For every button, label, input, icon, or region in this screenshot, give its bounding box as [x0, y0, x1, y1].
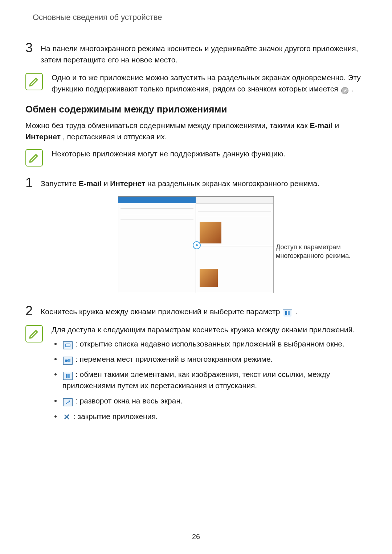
svg-rect-6 [68, 374, 70, 378]
svg-rect-2 [66, 344, 70, 347]
recent-apps-icon [63, 341, 73, 349]
step-text: Коснитесь кружка между окнами приложений… [41, 304, 367, 317]
note-2: Некоторые приложения могут не поддержива… [25, 148, 367, 167]
step1-c: и [104, 179, 110, 188]
item-text: : перемена мест приложений в многоэкранн… [75, 355, 273, 363]
step-3: 3 На панели многоэкранного режима коснит… [25, 41, 367, 66]
note-1: Одно и то же приложение можно запустить … [25, 72, 367, 95]
step-2: 2 Коснитесь кружка между окнами приложен… [25, 304, 367, 318]
page: Основные сведения об устройстве 3 На пан… [0, 0, 392, 554]
svg-rect-3 [65, 360, 68, 362]
list-item: : обмен такими элементами, как изображен… [52, 369, 367, 391]
step-text: Запустите E-mail и Интернет на раздельны… [41, 176, 367, 189]
page-number: 26 [0, 533, 392, 541]
list-item: : закрытие приложения. [52, 411, 367, 422]
step2-a: Коснитесь кружка между окнами приложений… [41, 307, 282, 316]
svg-rect-0 [285, 311, 287, 315]
note1-text-a: Одно и то же приложение можно запустить … [52, 73, 361, 93]
swap-windows-icon [63, 357, 73, 365]
step1-b: E-mail [79, 179, 102, 188]
list-item: : разворот окна на весь экран. [52, 395, 367, 406]
section-heading: Обмен содержимым между приложениями [25, 104, 367, 115]
pencil-note-icon [29, 328, 40, 339]
item-text: : открытие списка недавно использованных… [75, 340, 344, 348]
note-icon-wrap [25, 149, 43, 167]
intro-e: , перетаскивая и отпуская их. [63, 132, 167, 141]
intro-a: Можно без труда обмениваться содержимым … [25, 121, 310, 130]
note-icon [25, 325, 43, 342]
step1-a: Запустите [41, 179, 79, 188]
svg-rect-1 [288, 311, 290, 315]
figure-browser-body [196, 204, 273, 293]
step-text: На панели многоэкранного режима коснитес… [41, 41, 367, 66]
note-3: Для доступа к следующим параметрам косни… [25, 324, 367, 426]
figure-email-pane [118, 197, 196, 293]
step-number: 2 [25, 304, 33, 318]
step-1: 1 Запустите E-mail и Интернет на раздель… [25, 176, 367, 190]
step-number: 1 [25, 176, 33, 190]
intro-d: Интернет [25, 132, 61, 141]
item-text: : закрытие приложения. [73, 412, 158, 420]
item-text: : обмен такими элементами, как изображен… [62, 370, 330, 389]
svg-rect-5 [66, 374, 68, 378]
step1-e: на раздельных экранах многоэкранного реж… [147, 179, 319, 188]
intro-paragraph: Можно без труда обмениваться содержимым … [25, 120, 367, 143]
figure-email-toolbar [118, 197, 196, 203]
list-item: : открытие списка недавно использованных… [52, 338, 367, 349]
figure-email-body [118, 203, 196, 293]
note-body: Некоторые приложения могут не поддержива… [52, 148, 367, 160]
drag-content-icon [63, 372, 73, 380]
intro-b: E-mail [310, 121, 333, 130]
svg-rect-4 [68, 359, 70, 362]
note3-lead: Для доступа к следующим параметрам косни… [52, 324, 367, 336]
intro-c: и [335, 121, 339, 130]
note-body: Одно и то же приложение можно запустить … [52, 72, 367, 95]
note-icon [25, 149, 43, 167]
figure-area: Доступ к параметрам многоэкранного режим… [25, 196, 367, 293]
step-number: 3 [25, 41, 33, 55]
bullet-icon [54, 400, 57, 402]
figure-split-view [118, 196, 274, 293]
note-icon-wrap [25, 325, 43, 342]
page-header-title: Основные сведения об устройстве [33, 13, 367, 22]
expand-window-icon [63, 398, 73, 406]
figure-callout: Доступ к параметрам многоэкранного режим… [276, 243, 352, 260]
note-icon-wrap [25, 73, 43, 90]
step2-b: . [295, 307, 297, 316]
note1-text-b: . [351, 85, 353, 93]
figure-callout-line [199, 246, 275, 246]
note-body: Для доступа к следующим параметрам косни… [52, 324, 367, 426]
bullet-icon [54, 343, 57, 345]
item-text: : разворот окна на весь экран. [75, 397, 183, 405]
multiwindow-dup-icon [341, 87, 348, 94]
bullet-icon [54, 415, 57, 418]
list-item: : перемена мест приложений в многоэкранн… [52, 354, 367, 365]
figure-browser-toolbar [196, 197, 273, 204]
figure-browser-pane [196, 197, 274, 293]
note-icon [25, 73, 43, 90]
step1-d: Интернет [110, 179, 145, 188]
close-app-icon [63, 413, 70, 420]
drag-content-icon [283, 309, 292, 317]
pencil-note-icon [29, 152, 40, 163]
bullet-icon [54, 358, 57, 360]
pencil-note-icon [29, 76, 40, 87]
icon-list: : открытие списка недавно использованных… [52, 338, 367, 422]
bullet-icon [54, 373, 57, 376]
